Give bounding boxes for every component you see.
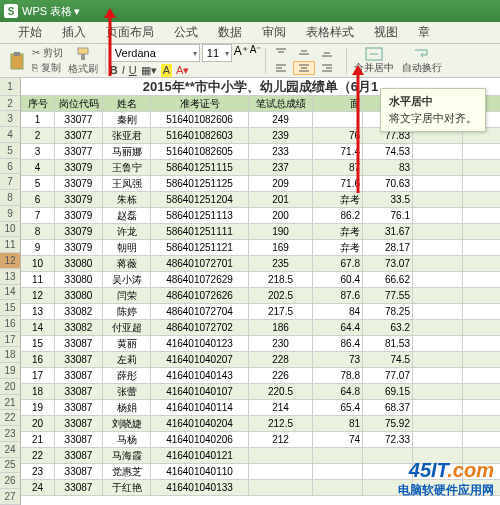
menu-view[interactable]: 视图 <box>364 24 408 41</box>
cell[interactable]: 202.5 <box>249 288 313 303</box>
table-row[interactable]: 1633087左莉4164010402072287374.5 <box>21 352 500 368</box>
cell[interactable]: 416401040204 <box>151 416 249 431</box>
table-row[interactable]: 1033080蒋薇48640107270123567.873.07 <box>21 256 500 272</box>
font-size-select[interactable]: 11 <box>202 44 232 62</box>
cell[interactable]: 71.6 <box>313 176 363 191</box>
cell[interactable]: 60.4 <box>313 272 363 287</box>
cell[interactable]: 586401251204 <box>151 192 249 207</box>
cell[interactable]: 33087 <box>55 384 103 399</box>
row-header[interactable]: 21 <box>0 395 20 411</box>
cell[interactable] <box>413 368 463 383</box>
cell[interactable]: 87.6 <box>313 288 363 303</box>
paste-button[interactable] <box>4 50 30 72</box>
underline-button[interactable]: U <box>129 64 137 77</box>
increase-font-button[interactable]: A⁺ <box>234 44 248 62</box>
row-header[interactable]: 14 <box>0 285 20 301</box>
cell[interactable]: 586401251125 <box>151 176 249 191</box>
cell[interactable]: 220.5 <box>249 384 313 399</box>
cell[interactable]: 33079 <box>55 208 103 223</box>
cell[interactable]: 65.4 <box>313 400 363 415</box>
align-bottom-button[interactable] <box>316 46 338 60</box>
row-header[interactable]: 24 <box>0 442 20 458</box>
table-row[interactable]: 1833087张蕾416401040107220.564.869.15 <box>21 384 500 400</box>
table-row[interactable]: 1233080闫荣486401072626202.587.677.55 <box>21 288 500 304</box>
cell[interactable]: 33082 <box>55 320 103 335</box>
cell[interactable]: 24 <box>21 480 55 495</box>
cell[interactable]: 416401040110 <box>151 464 249 479</box>
cell[interactable]: 70.63 <box>363 176 413 191</box>
copy-button[interactable]: ⎘ 复制 <box>32 61 63 75</box>
cell[interactable]: 74.53 <box>363 144 413 159</box>
cell[interactable]: 马海霞 <box>103 448 151 463</box>
cell[interactable] <box>413 192 463 207</box>
cell[interactable]: 169 <box>249 240 313 255</box>
cell[interactable]: 226 <box>249 368 313 383</box>
cell[interactable]: 33077 <box>55 112 103 127</box>
row-header[interactable]: 13 <box>0 269 20 285</box>
cell[interactable]: 77.55 <box>363 288 413 303</box>
row-header[interactable]: 19 <box>0 363 20 379</box>
row-header[interactable]: 8 <box>0 190 20 206</box>
cell[interactable]: 刘晓婕 <box>103 416 151 431</box>
align-left-button[interactable] <box>270 61 292 75</box>
cell[interactable]: 8 <box>21 224 55 239</box>
cell[interactable]: 13 <box>21 304 55 319</box>
row-header[interactable]: 26 <box>0 473 20 489</box>
cell[interactable]: 66.62 <box>363 272 413 287</box>
cell[interactable]: 3 <box>21 144 55 159</box>
row-header[interactable]: 1 <box>0 78 20 96</box>
cell[interactable]: 73.07 <box>363 256 413 271</box>
align-right-button[interactable] <box>316 61 338 75</box>
font-family-select[interactable]: Verdana <box>110 44 200 62</box>
cell[interactable]: 81 <box>313 416 363 431</box>
cell[interactable]: 33079 <box>55 192 103 207</box>
cell[interactable] <box>313 480 363 495</box>
cell[interactable]: 214 <box>249 400 313 415</box>
cell[interactable]: 33079 <box>55 160 103 175</box>
cell[interactable]: 21 <box>21 432 55 447</box>
cut-button[interactable]: ✂ 剪切 <box>32 46 63 60</box>
column-header[interactable]: 序号 <box>21 96 55 111</box>
cell[interactable]: 64.8 <box>313 384 363 399</box>
menu-formula[interactable]: 公式 <box>164 24 208 41</box>
table-row[interactable]: 1333082陈婷486401072704217.58478.25 <box>21 304 500 320</box>
table-row[interactable]: 2133087马杨4164010402062127472.33 <box>21 432 500 448</box>
cell[interactable]: 黄丽 <box>103 336 151 351</box>
menu-start[interactable]: 开始 <box>8 24 52 41</box>
cell[interactable] <box>313 112 363 127</box>
cell[interactable]: 杨娟 <box>103 400 151 415</box>
menu-chapter[interactable]: 章 <box>408 24 440 41</box>
cell[interactable]: 9 <box>21 240 55 255</box>
cell[interactable]: 586401251121 <box>151 240 249 255</box>
cell[interactable]: 赵磊 <box>103 208 151 223</box>
cell[interactable]: 王鲁宁 <box>103 160 151 175</box>
cell[interactable]: 33087 <box>55 400 103 415</box>
column-header[interactable]: 面 <box>313 96 363 111</box>
cell[interactable]: 186 <box>249 320 313 335</box>
cell[interactable]: 84 <box>313 304 363 319</box>
cell[interactable]: 33087 <box>55 352 103 367</box>
cell[interactable]: 12 <box>21 288 55 303</box>
row-header[interactable]: 10 <box>0 222 20 238</box>
cell[interactable]: 王凤强 <box>103 176 151 191</box>
table-row[interactable]: 933079朝明586401251121169弃考28.17 <box>21 240 500 256</box>
column-header[interactable]: 姓名 <box>103 96 151 111</box>
cell[interactable]: 20 <box>21 416 55 431</box>
table-row[interactable]: 1733087薛彤41640104014322678.877.07 <box>21 368 500 384</box>
cell[interactable]: 416401040114 <box>151 400 249 415</box>
cell[interactable]: 249 <box>249 112 313 127</box>
cell[interactable]: 吴小涛 <box>103 272 151 287</box>
cell[interactable]: 22 <box>21 448 55 463</box>
row-header[interactable]: 22 <box>0 410 20 426</box>
cell[interactable]: 15 <box>21 336 55 351</box>
cell[interactable]: 212.5 <box>249 416 313 431</box>
cell[interactable]: 486401072701 <box>151 256 249 271</box>
table-row[interactable]: 833079许龙586401251111190弃考31.67 <box>21 224 500 240</box>
cell[interactable]: 73 <box>313 352 363 367</box>
cell[interactable]: 31.67 <box>363 224 413 239</box>
cell[interactable]: 党惠芝 <box>103 464 151 479</box>
table-row[interactable]: 1133080吴小涛486401072629218.560.466.62 <box>21 272 500 288</box>
align-center-button[interactable] <box>293 61 315 75</box>
cell[interactable] <box>413 432 463 447</box>
cell[interactable]: 81.53 <box>363 336 413 351</box>
